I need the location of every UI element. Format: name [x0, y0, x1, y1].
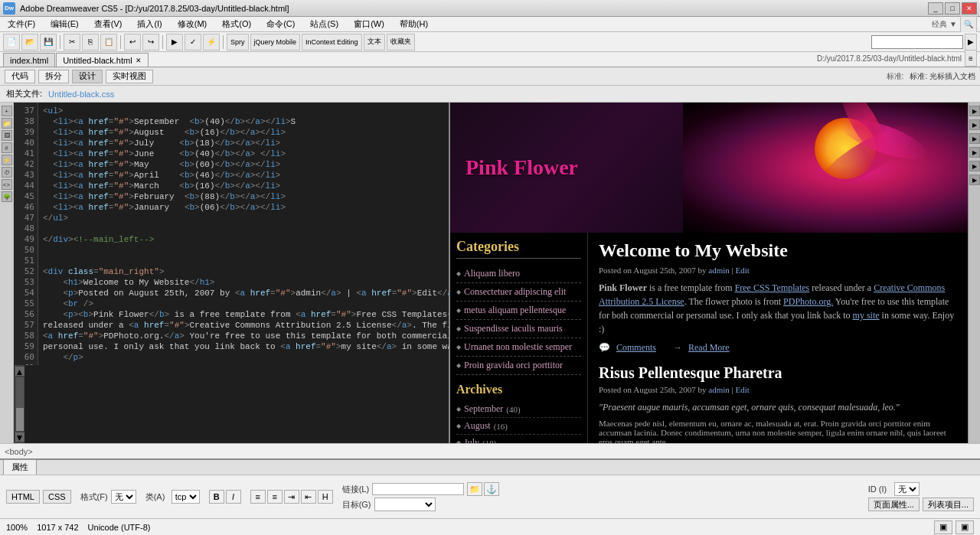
code-view-btn[interactable]: 代码 — [5, 70, 35, 83]
related-css-link[interactable]: Untitled-black.css — [48, 90, 114, 99]
minimize-button[interactable]: _ — [928, 2, 943, 15]
filter-btn[interactable]: ≡ — [965, 50, 977, 67]
spry-btn[interactable]: Spry — [227, 34, 249, 51]
css-templates-link[interactable]: Free CSS Templates — [735, 282, 810, 293]
status-btn-2[interactable]: ▣ — [956, 520, 974, 534]
menu-edit[interactable]: 编辑(E) — [46, 17, 83, 31]
list-props-btn[interactable]: 列表项目... — [923, 497, 974, 511]
favorites-btn[interactable]: 收藏夹 — [387, 34, 415, 51]
menu-modify[interactable]: 修改(M) — [173, 17, 212, 31]
indent-btn[interactable]: ⇥ — [284, 490, 299, 504]
menu-window[interactable]: 窗口(W) — [349, 17, 389, 31]
menu-insert[interactable]: 插入(I) — [132, 17, 166, 31]
sidebar-code-icon[interactable]: <> — [2, 179, 12, 190]
pdphoto-link[interactable]: PDPhoto.org. — [783, 296, 833, 307]
post2-edit-link[interactable]: Edit — [736, 385, 750, 394]
ul-btn[interactable]: ≡ — [250, 490, 266, 504]
post1-admin-link[interactable]: admin — [708, 266, 730, 275]
new-btn[interactable]: 📄 — [3, 34, 20, 51]
heading-btn[interactable]: H — [318, 490, 333, 504]
post1-edit-link[interactable]: Edit — [736, 266, 750, 275]
cat-link-3[interactable]: metus aliquam pellentesque — [464, 305, 566, 316]
tab-index-html[interactable]: index.html — [3, 53, 55, 67]
arch-link-3[interactable]: July — [464, 437, 479, 443]
tab-untitled-black[interactable]: Untitled-black.html ✕ — [56, 53, 148, 67]
open-btn[interactable]: 📂 — [21, 34, 38, 51]
html-btn[interactable]: HTML — [6, 490, 40, 504]
check-btn[interactable]: ✓ — [185, 34, 201, 51]
search-icon[interactable]: 🔍 — [960, 16, 977, 33]
id-select[interactable]: 无 — [894, 482, 920, 496]
cat-link-6[interactable]: Proin gravida orci porttitor — [464, 360, 563, 371]
rs-icon-3[interactable]: ▶ — [969, 133, 980, 144]
bold-btn[interactable]: B — [209, 490, 224, 504]
menu-file[interactable]: 文件(F) — [3, 17, 40, 31]
css-btn[interactable]: CSS — [43, 490, 71, 504]
live-view-btn[interactable]: 实时视图 — [106, 70, 153, 83]
scroll-up-btn[interactable]: ▲ — [15, 367, 24, 376]
sidebar-history-icon[interactable]: ⏱ — [2, 167, 12, 178]
sidebar-css-icon[interactable]: # — [2, 142, 12, 153]
design-view-btn[interactable]: 设计 — [72, 70, 103, 83]
undo-btn[interactable]: ↩ — [124, 34, 141, 51]
link-anchor-btn[interactable]: ⚓ — [484, 482, 499, 496]
arch-link-1[interactable]: September — [464, 403, 503, 415]
cut-btn[interactable]: ✂ — [64, 34, 80, 51]
sidebar-assets-icon[interactable]: 🖼 — [2, 130, 12, 141]
menu-command[interactable]: 命令(C) — [262, 17, 299, 31]
code-editor[interactable]: <ul> <li><a href="#">September <b>(40)</… — [38, 103, 449, 365]
validate-btn[interactable]: ⚡ — [203, 34, 220, 51]
class-select[interactable]: tcp — [172, 490, 200, 504]
cat-link-1[interactable]: Aliquam libero — [464, 268, 520, 279]
ol-btn[interactable]: ≡ — [267, 490, 283, 504]
link-input[interactable] — [372, 483, 464, 495]
target-select[interactable] — [374, 497, 436, 511]
menu-help[interactable]: 帮助(H) — [395, 17, 433, 31]
cat-link-2[interactable]: Consectetuer adipiscing elit — [464, 286, 566, 298]
cat-link-5[interactable]: Urnanet non molestie semper — [464, 341, 572, 353]
menu-format[interactable]: 格式(O) — [217, 17, 256, 31]
rs-icon-5[interactable]: ▶ — [969, 161, 980, 171]
copy-btn[interactable]: ⎘ — [82, 34, 99, 51]
scroll-down-btn[interactable]: ▼ — [15, 432, 24, 442]
status-btn-1[interactable]: ▣ — [934, 520, 952, 534]
link-browse-btn[interactable]: 📁 — [467, 482, 482, 496]
mysite-link[interactable]: my site — [853, 310, 880, 321]
menu-view[interactable]: 查看(V) — [90, 17, 127, 31]
search-input[interactable] — [871, 35, 963, 49]
rs-icon-4[interactable]: ▶ — [969, 147, 980, 158]
code-scrollbar[interactable]: ▲ ▼ — [14, 365, 24, 443]
scroll-thumb[interactable] — [16, 408, 24, 431]
split-view-btn[interactable]: 拆分 — [38, 70, 69, 83]
properties-tab[interactable]: 属性 — [3, 459, 37, 475]
read-more-link[interactable]: Read More — [688, 342, 730, 354]
save-btn[interactable]: 💾 — [40, 34, 57, 51]
rs-icon-2[interactable]: ▶ — [969, 119, 980, 130]
sidebar-insert-icon[interactable]: + — [2, 106, 12, 116]
text-btn[interactable]: 文本 — [364, 34, 385, 51]
format-select[interactable]: 无 — [111, 490, 136, 504]
cat-link-4[interactable]: Suspendisse iaculis mauris — [464, 323, 563, 334]
incontext-btn[interactable]: InContext Editing — [302, 34, 362, 51]
italic-btn[interactable]: I — [226, 490, 241, 504]
preview-btn[interactable]: ▶ — [166, 34, 183, 51]
outdent-btn[interactable]: ⇤ — [301, 490, 316, 504]
sidebar-files-icon[interactable]: 📁 — [2, 118, 12, 129]
arch-link-2[interactable]: August — [464, 420, 491, 432]
rs-icon-1[interactable]: ▶ — [969, 106, 980, 116]
menu-site[interactable]: 站点(S) — [305, 17, 343, 31]
maximize-button[interactable]: □ — [945, 2, 960, 15]
rs-icon-6[interactable]: ▶ — [969, 175, 980, 185]
tab-close-btn[interactable]: ✕ — [136, 57, 142, 64]
close-button[interactable]: ✕ — [962, 2, 977, 15]
paste-btn[interactable]: 📋 — [100, 34, 117, 51]
search-go-btn[interactable]: ▶ — [965, 34, 977, 51]
post2-admin-link[interactable]: admin — [708, 385, 730, 394]
sidebar-dom-icon[interactable]: 🌳 — [2, 191, 12, 202]
page-props-btn[interactable]: 页面属性... — [868, 497, 920, 511]
redo-btn[interactable]: ↪ — [142, 34, 159, 51]
comments-link[interactable]: Comments — [616, 342, 656, 354]
scroll-track[interactable] — [16, 377, 24, 431]
sidebar-behavior-icon[interactable]: ⚡ — [2, 155, 12, 165]
jquery-btn[interactable]: jQuery Mobile — [250, 34, 301, 51]
